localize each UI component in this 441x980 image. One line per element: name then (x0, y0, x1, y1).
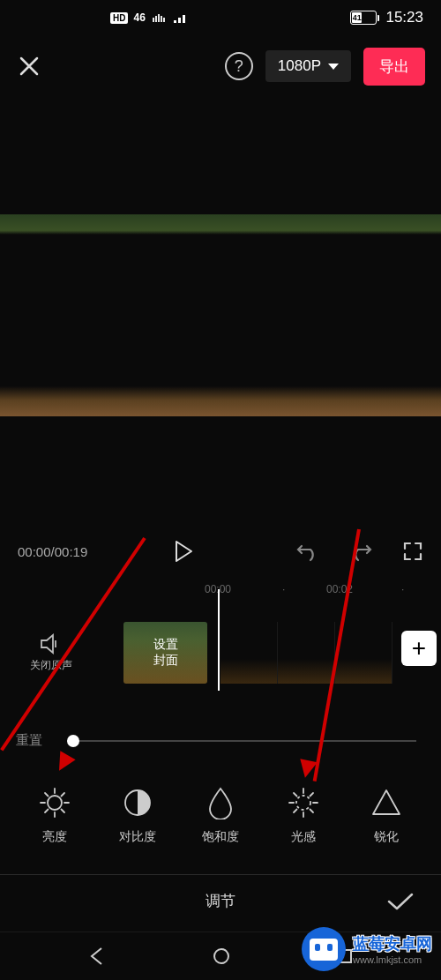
annotation-arrowhead (296, 759, 318, 780)
signal-icon (172, 11, 188, 24)
question-icon: ? (235, 57, 243, 76)
confirm-button[interactable] (386, 891, 415, 912)
tool-brightness[interactable]: 亮度 (24, 785, 86, 845)
svg-point-2 (296, 796, 310, 810)
network-indicator: 46 (133, 11, 145, 24)
resolution-button[interactable]: 1080P (265, 50, 351, 82)
battery-icon: 41 (350, 11, 377, 25)
nav-home-button[interactable] (212, 946, 231, 966)
tool-contrast[interactable]: 对比度 (107, 785, 168, 845)
tool-light-sense[interactable]: 光感 (273, 785, 334, 845)
undo-button[interactable] (296, 541, 319, 562)
plus-icon: + (401, 631, 437, 666)
ruler-dot: · (282, 583, 285, 595)
status-bar: HD 46 41 15:23 (0, 0, 441, 35)
watermark-logo-icon (302, 927, 346, 971)
droplet-icon (207, 786, 234, 819)
play-button[interactable] (174, 540, 193, 563)
chevron-down-icon (328, 64, 339, 70)
video-clip[interactable] (220, 622, 392, 684)
close-icon (18, 55, 41, 78)
watermark-url: www.lmkjst.com (353, 954, 432, 965)
resolution-label: 1080P (278, 57, 321, 75)
time-display: 00:00/00:19 (18, 544, 87, 559)
video-preview[interactable] (0, 214, 441, 416)
fullscreen-button[interactable] (402, 541, 423, 562)
adjustment-tools: 亮度 对比度 饱和度 光感 锐化 (0, 785, 441, 845)
reset-button[interactable]: 重置 (16, 732, 42, 749)
value-slider[interactable] (67, 740, 416, 742)
hd-badge: HD (110, 12, 128, 24)
adjustment-slider-row: 重置 (0, 732, 441, 749)
contrast-icon (122, 787, 153, 819)
triangle-icon (370, 788, 402, 818)
export-button[interactable]: 导出 (363, 48, 425, 86)
playback-controls: 00:00/00:19 (0, 534, 441, 569)
close-button[interactable] (16, 53, 42, 79)
brightness-icon (37, 785, 72, 820)
slider-thumb[interactable] (67, 735, 79, 747)
watermark: 蓝莓安卓网 www.lmkjst.com (302, 927, 432, 971)
nav-back-button[interactable] (87, 946, 107, 966)
ruler-dot: · (401, 583, 404, 595)
tool-saturation[interactable]: 饱和度 (190, 785, 251, 845)
help-button[interactable]: ? (225, 52, 253, 80)
watermark-title: 蓝莓安卓网 (353, 933, 432, 954)
panel-title-bar: 调节 (0, 874, 441, 927)
add-clip-button[interactable]: + (397, 617, 441, 679)
top-bar: ? 1080P 导出 (0, 35, 441, 97)
annotation-arrowhead (51, 751, 75, 774)
svg-point-3 (214, 949, 228, 963)
svg-point-0 (48, 796, 62, 810)
wifi-icon (151, 11, 167, 24)
clock: 15:23 (385, 9, 423, 26)
light-sense-icon (286, 785, 321, 820)
set-cover-button[interactable]: 设置 封面 (123, 622, 207, 684)
speaker-mute-icon (39, 633, 64, 655)
panel-title: 调节 (206, 891, 235, 911)
tool-sharpen[interactable]: 锐化 (355, 785, 417, 845)
timeline-ruler[interactable]: 00:00 · 00:02 · (0, 578, 441, 600)
